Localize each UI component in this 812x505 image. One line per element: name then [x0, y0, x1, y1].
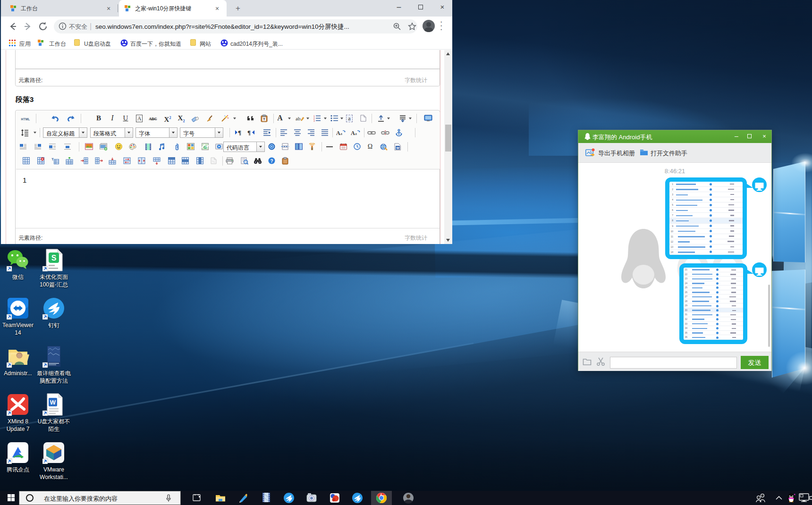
svg-text:a: a: [340, 131, 342, 136]
svg-text:a: a: [355, 131, 357, 136]
svg-text:?: ?: [270, 159, 273, 164]
svg-text:G: G: [203, 145, 207, 150]
svg-text:A: A: [351, 130, 355, 136]
svg-text:W: W: [50, 399, 56, 406]
svg-text:¶: ¶: [247, 129, 251, 136]
svg-text:S: S: [51, 254, 57, 262]
svg-text:T: T: [51, 157, 54, 161]
svg-text:ab: ab: [296, 116, 301, 121]
svg-text:W: W: [396, 146, 399, 149]
svg-text:¶: ¶: [238, 129, 241, 136]
svg-text:A: A: [336, 130, 340, 136]
svg-text:3: 3: [313, 119, 315, 122]
svg-text:T: T: [263, 117, 265, 121]
